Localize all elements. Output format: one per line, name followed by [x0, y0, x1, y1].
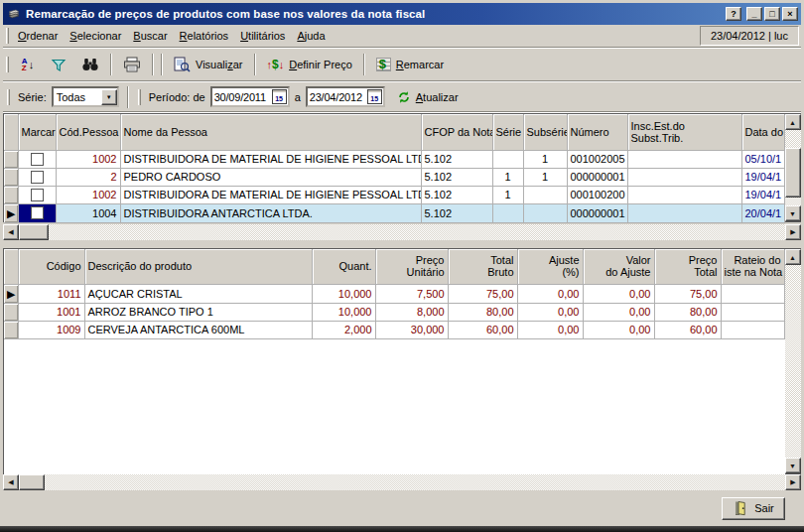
definir-preco-button[interactable]: ↑$↓ Definir Preço [260, 52, 359, 77]
calendar-icon[interactable]: 15 [367, 89, 382, 104]
nome-cell[interactable]: DISTRIBUIDORA ANTARCTICA LTDA. [120, 203, 421, 222]
produtos-vertical-scrollbar[interactable]: ▲ ▼ [785, 249, 801, 473]
marcar-cell[interactable] [18, 186, 56, 203]
row-indicator-current[interactable]: ▶ [4, 203, 18, 222]
nota-row-selected[interactable]: ▶ 1004 DISTRIBUIDORA ANTARCTICA LTDA. 5.… [4, 203, 784, 222]
scroll-up-icon[interactable]: ▲ [785, 114, 801, 130]
data-cell[interactable]: 20/04/1 [741, 203, 784, 222]
col-header-insc-est[interactable]: Insc.Est.do Subst.Trib. [627, 114, 741, 150]
scroll-right-icon[interactable]: ▶ [785, 224, 801, 240]
preco-total-cell[interactable]: 75,00 [654, 284, 721, 303]
quant-cell[interactable]: 10,000 [312, 303, 375, 321]
quant-cell[interactable]: 10,000 [312, 284, 375, 303]
serie-cell[interactable] [492, 150, 523, 168]
preco-total-cell[interactable]: 60,00 [654, 321, 721, 338]
scroll-right-icon[interactable]: ▶ [785, 474, 801, 490]
nota-row[interactable]: 1002 DISTRIBUIDORA DE MATERIAL DE HIGIEN… [4, 186, 784, 203]
col-header-valor-ajuste[interactable]: Valor do Ajuste [583, 249, 654, 284]
numero-cell[interactable]: 000000001 [567, 203, 627, 222]
nome-cell[interactable]: DISTRIBUIDORA DE MATERIAL DE HIGIENE PES… [120, 150, 421, 168]
numero-cell[interactable]: 001002005 [567, 150, 627, 168]
col-header-nome[interactable]: Nome da Pessoa [120, 114, 421, 150]
cod-pessoa-cell[interactable]: 1002 [56, 150, 120, 168]
serie-cell[interactable]: 1 [492, 168, 523, 186]
total-bruto-cell[interactable]: 80,00 [448, 303, 517, 321]
nome-cell[interactable]: PEDRO CARDOSO [120, 168, 421, 186]
rateio-cell[interactable] [721, 303, 784, 321]
row-indicator-current[interactable]: ▶ [4, 284, 18, 303]
print-button[interactable] [116, 52, 148, 77]
menu-selecionar[interactable]: Selecionar [64, 27, 127, 45]
row-indicator[interactable] [4, 303, 18, 321]
chevron-down-icon[interactable]: ▼ [101, 89, 117, 105]
subserie-cell[interactable]: 1 [523, 168, 567, 186]
col-header-cod-pessoa[interactable]: Cód.Pessoa [56, 114, 120, 150]
periodo-ate-field[interactable]: 23/04/2012 15 [306, 86, 385, 107]
marcar-cell[interactable] [18, 168, 56, 186]
rateio-cell[interactable] [721, 321, 784, 338]
remarcar-button[interactable]: $ Remarcar [369, 52, 451, 77]
serie-cell[interactable] [492, 203, 523, 222]
produto-row[interactable]: ▶ 1011 AÇUCAR CRISTAL 10,000 7,500 75,00… [4, 284, 784, 303]
serie-cell[interactable]: 1 [492, 186, 523, 203]
scrollbar-track[interactable] [49, 224, 785, 240]
descricao-cell[interactable]: AÇUCAR CRISTAL [84, 284, 312, 303]
col-header-numero[interactable]: Número [567, 114, 627, 150]
col-header-codigo[interactable]: Código [18, 249, 84, 284]
marcar-cell-focused[interactable] [18, 203, 56, 222]
valor-ajuste-cell[interactable]: 0,00 [583, 321, 654, 338]
cod-pessoa-cell[interactable]: 2 [56, 168, 120, 186]
col-header-ajuste[interactable]: Ajuste (%) [517, 249, 583, 284]
col-header-cfop[interactable]: CFOP da Nota [421, 114, 492, 150]
cfop-cell[interactable]: 5.102 [421, 186, 492, 203]
sort-button[interactable]: AZ↓ [13, 52, 43, 77]
marcar-cell[interactable] [18, 150, 56, 168]
subserie-cell[interactable]: 1 [523, 150, 567, 168]
nota-row[interactable]: 1002 DISTRIBUIDORA DE MATERIAL DE HIGIEN… [4, 150, 784, 168]
col-header-descricao[interactable]: Descrição do produto [84, 249, 312, 284]
search-button[interactable] [74, 52, 106, 77]
filter-button[interactable] [44, 52, 73, 77]
ajuste-cell[interactable]: 0,00 [517, 321, 583, 338]
col-header-marcar[interactable]: Marcar [18, 114, 56, 150]
scrollbar-thumb[interactable] [19, 474, 45, 490]
ajuste-cell[interactable]: 0,00 [517, 284, 583, 303]
produto-row[interactable]: 1001 ARROZ BRANCO TIPO 1 10,000 8,000 80… [4, 303, 784, 321]
cfop-cell[interactable]: 5.102 [421, 203, 492, 222]
scroll-left-icon[interactable]: ◀ [3, 224, 19, 240]
produtos-horizontal-scrollbar[interactable]: ◀ ▶ [3, 474, 801, 490]
cod-pessoa-cell[interactable]: 1004 [56, 203, 120, 222]
scrollbar-thumb[interactable] [19, 224, 49, 240]
help-button[interactable]: ? [726, 7, 741, 21]
col-header-serie[interactable]: Série [492, 114, 523, 150]
numero-cell[interactable]: 000000001 [567, 168, 627, 186]
quant-cell[interactable]: 2,000 [312, 321, 375, 338]
scroll-down-icon[interactable]: ▼ [785, 205, 801, 221]
row-indicator[interactable] [4, 168, 18, 186]
insc-cell[interactable] [627, 168, 741, 186]
descricao-cell[interactable]: ARROZ BRANCO TIPO 1 [84, 303, 312, 321]
valor-ajuste-cell[interactable]: 0,00 [583, 303, 654, 321]
total-bruto-cell[interactable]: 60,00 [448, 321, 517, 338]
calendar-icon[interactable]: 15 [272, 89, 287, 104]
total-bruto-cell[interactable]: 75,00 [448, 284, 517, 303]
row-indicator[interactable] [4, 150, 18, 168]
checkbox[interactable] [31, 206, 44, 219]
scrollbar-track[interactable] [785, 265, 801, 458]
checkbox[interactable] [31, 189, 44, 201]
valor-ajuste-cell[interactable]: 0,00 [583, 284, 654, 303]
row-indicator[interactable] [4, 321, 18, 338]
menu-ordenar[interactable]: Ordenar [12, 27, 64, 45]
cod-pessoa-cell[interactable]: 1002 [56, 186, 120, 203]
minimize-button[interactable]: _ [746, 7, 762, 21]
menu-ajuda[interactable]: Ajuda [291, 27, 331, 45]
serie-dropdown[interactable]: Todas ▼ [52, 86, 119, 107]
col-header-total-bruto[interactable]: Total Bruto [448, 249, 517, 284]
subserie-cell[interactable] [523, 203, 567, 222]
scroll-up-icon[interactable]: ▲ [785, 249, 801, 265]
cfop-cell[interactable]: 5.102 [421, 150, 492, 168]
checkbox[interactable] [31, 171, 44, 184]
codigo-cell[interactable]: 1011 [18, 284, 84, 303]
scrollbar-thumb[interactable] [785, 148, 801, 198]
close-button[interactable]: × [782, 7, 798, 21]
